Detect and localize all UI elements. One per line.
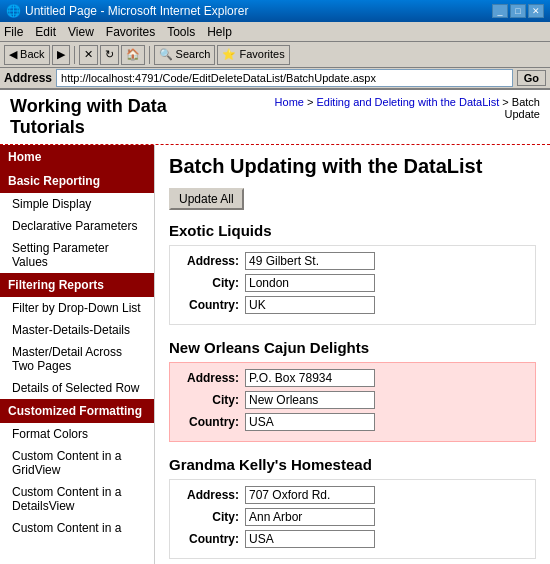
maximize-button[interactable]: □ (510, 4, 526, 18)
city-input[interactable] (245, 274, 375, 292)
company-name: Exotic Liquids (169, 222, 536, 239)
breadcrumb: Home > Editing and Deleting with the Dat… (242, 96, 540, 120)
breadcrumb-section[interactable]: Editing and Deleting with the DataList (316, 96, 499, 108)
minimize-button[interactable]: _ (492, 4, 508, 18)
title-bar: 🌐 Untitled Page - Microsoft Internet Exp… (0, 0, 550, 22)
main-content: Batch Updating with the DataList Update … (155, 145, 550, 564)
company-section: Exotic LiquidsAddress:City:Country: (169, 222, 536, 325)
sidebar-home[interactable]: Home (0, 145, 154, 169)
sidebar-item-custom-content[interactable]: Custom Content in a (0, 517, 154, 539)
search-button[interactable]: 🔍 Search (154, 45, 216, 65)
company-name: Grandma Kelly's Homestead (169, 456, 536, 473)
sidebar-item-master-details[interactable]: Master-Details-Details (0, 319, 154, 341)
sidebar-basic-reporting[interactable]: Basic Reporting (0, 169, 154, 193)
menu-edit[interactable]: Edit (35, 25, 56, 39)
main-area: Home Basic Reporting Simple Display Decl… (0, 145, 550, 564)
form-label: Address: (180, 488, 245, 502)
address-bar: Address Go (0, 68, 550, 90)
sidebar-item-custom-gridview[interactable]: Custom Content in a GridView (0, 445, 154, 481)
form-row: Address: (180, 369, 525, 387)
form-row: Address: (180, 486, 525, 504)
site-title: Working with Data Tutorials (10, 96, 242, 138)
country-input[interactable] (245, 413, 375, 431)
form-row: Address: (180, 252, 525, 270)
page-title: Batch Updating with the DataList (169, 155, 536, 178)
stop-button[interactable]: ✕ (79, 45, 98, 65)
sidebar-item-setting-parameter-values[interactable]: Setting Parameter Values (0, 237, 154, 273)
address-input[interactable] (245, 252, 375, 270)
page-content: Working with Data Tutorials Home > Editi… (0, 90, 550, 564)
sidebar-customized-formatting[interactable]: Customized Formatting (0, 399, 154, 423)
company-section: New Orleans Cajun DelightsAddress:City:C… (169, 339, 536, 442)
company-form: Address:City:Country: (169, 245, 536, 325)
close-button[interactable]: ✕ (528, 4, 544, 18)
address-input[interactable] (56, 69, 513, 87)
sidebar-item-declarative-parameters[interactable]: Declarative Parameters (0, 215, 154, 237)
company-form: Address:City:Country: (169, 479, 536, 559)
form-row: City: (180, 508, 525, 526)
toolbar: ◀ Back ▶ ✕ ↻ 🏠 🔍 Search ⭐ Favorites (0, 42, 550, 68)
menu-help[interactable]: Help (207, 25, 232, 39)
form-label: Country: (180, 532, 245, 546)
form-row: City: (180, 274, 525, 292)
sidebar-item-master-detail-across[interactable]: Master/Detail Across Two Pages (0, 341, 154, 377)
breadcrumb-home[interactable]: Home (275, 96, 304, 108)
form-label: Address: (180, 371, 245, 385)
sidebar-item-format-colors[interactable]: Format Colors (0, 423, 154, 445)
menu-view[interactable]: View (68, 25, 94, 39)
home-button[interactable]: 🏠 (121, 45, 145, 65)
menu-file[interactable]: File (4, 25, 23, 39)
form-label: City: (180, 276, 245, 290)
form-label: City: (180, 510, 245, 524)
go-button[interactable]: Go (517, 70, 546, 86)
sidebar-item-simple-display[interactable]: Simple Display (0, 193, 154, 215)
company-name: New Orleans Cajun Delights (169, 339, 536, 356)
favorites-button[interactable]: ⭐ Favorites (217, 45, 289, 65)
form-label: Country: (180, 415, 245, 429)
back-button[interactable]: ◀ Back (4, 45, 50, 65)
city-input[interactable] (245, 508, 375, 526)
breadcrumb-current: Batch Update (505, 96, 540, 120)
browser-icon: 🌐 (6, 4, 21, 18)
sidebar-filtering-reports[interactable]: Filtering Reports (0, 273, 154, 297)
toolbar-separator (74, 46, 75, 64)
menu-bar: File Edit View Favorites Tools Help (0, 22, 550, 42)
country-input[interactable] (245, 296, 375, 314)
forward-button[interactable]: ▶ (52, 45, 70, 65)
sidebar-item-details-selected-row[interactable]: Details of Selected Row (0, 377, 154, 399)
address-input[interactable] (245, 486, 375, 504)
menu-tools[interactable]: Tools (167, 25, 195, 39)
form-row: Country: (180, 296, 525, 314)
window-title: Untitled Page - Microsoft Internet Explo… (25, 4, 248, 18)
address-input[interactable] (245, 369, 375, 387)
sidebar-item-custom-detailsview[interactable]: Custom Content in a DetailsView (0, 481, 154, 517)
page-header: Working with Data Tutorials Home > Editi… (0, 90, 550, 145)
country-input[interactable] (245, 530, 375, 548)
refresh-button[interactable]: ↻ (100, 45, 119, 65)
company-form: Address:City:Country: (169, 362, 536, 442)
form-label: Country: (180, 298, 245, 312)
menu-favorites[interactable]: Favorites (106, 25, 155, 39)
form-label: Address: (180, 254, 245, 268)
toolbar-separator-2 (149, 46, 150, 64)
companies-container: Exotic LiquidsAddress:City:Country:New O… (169, 222, 536, 564)
sidebar-item-filter-dropdown[interactable]: Filter by Drop-Down List (0, 297, 154, 319)
form-row: City: (180, 391, 525, 409)
city-input[interactable] (245, 391, 375, 409)
address-label: Address (4, 71, 52, 85)
update-all-button[interactable]: Update All (169, 188, 244, 210)
form-row: Country: (180, 413, 525, 431)
form-row: Country: (180, 530, 525, 548)
form-label: City: (180, 393, 245, 407)
sidebar: Home Basic Reporting Simple Display Decl… (0, 145, 155, 564)
company-section: Grandma Kelly's HomesteadAddress:City:Co… (169, 456, 536, 559)
